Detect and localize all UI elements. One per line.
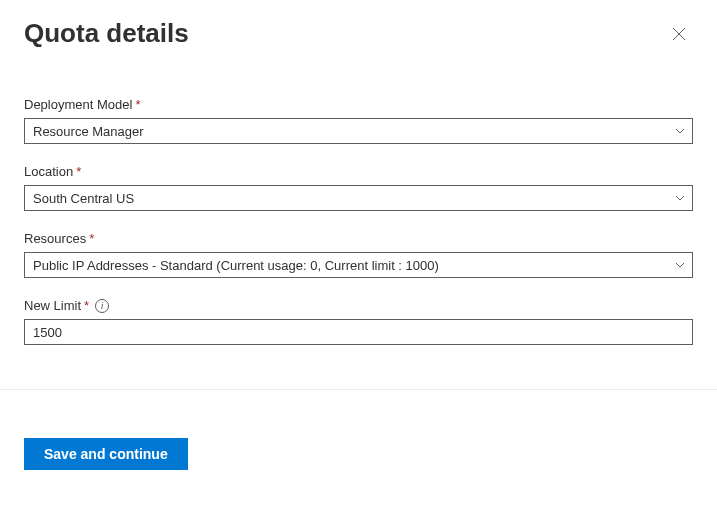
save-and-continue-button[interactable]: Save and continue (24, 438, 188, 470)
chevron-down-icon (674, 192, 686, 204)
resources-select[interactable]: Public IP Addresses - Standard (Current … (24, 252, 693, 278)
panel-title: Quota details (24, 18, 189, 49)
required-indicator: * (84, 298, 89, 313)
location-select[interactable]: South Central US (24, 185, 693, 211)
location-label: Location * (24, 164, 693, 179)
select-value: Resource Manager (33, 124, 144, 139)
info-icon[interactable]: i (95, 299, 109, 313)
deployment-model-label: Deployment Model * (24, 97, 693, 112)
required-indicator: * (76, 164, 81, 179)
location-field: Location * South Central US (24, 164, 693, 211)
chevron-down-icon (674, 125, 686, 137)
deployment-model-field: Deployment Model * Resource Manager (24, 97, 693, 144)
close-button[interactable] (665, 20, 693, 48)
deployment-model-select[interactable]: Resource Manager (24, 118, 693, 144)
label-text: Deployment Model (24, 97, 132, 112)
new-limit-field: New Limit * i (24, 298, 693, 345)
select-value: Public IP Addresses - Standard (Current … (33, 258, 439, 273)
separator (0, 389, 717, 390)
label-text: Resources (24, 231, 86, 246)
new-limit-input[interactable] (24, 319, 693, 345)
label-text: New Limit (24, 298, 81, 313)
select-value: South Central US (33, 191, 134, 206)
required-indicator: * (135, 97, 140, 112)
close-icon (672, 27, 686, 41)
panel-header: Quota details (24, 18, 693, 49)
panel-footer: Save and continue (24, 438, 188, 470)
new-limit-label: New Limit * i (24, 298, 693, 313)
resources-field: Resources * Public IP Addresses - Standa… (24, 231, 693, 278)
quota-details-panel: Quota details Deployment Model * Resourc… (0, 0, 717, 383)
resources-label: Resources * (24, 231, 693, 246)
required-indicator: * (89, 231, 94, 246)
chevron-down-icon (674, 259, 686, 271)
label-text: Location (24, 164, 73, 179)
